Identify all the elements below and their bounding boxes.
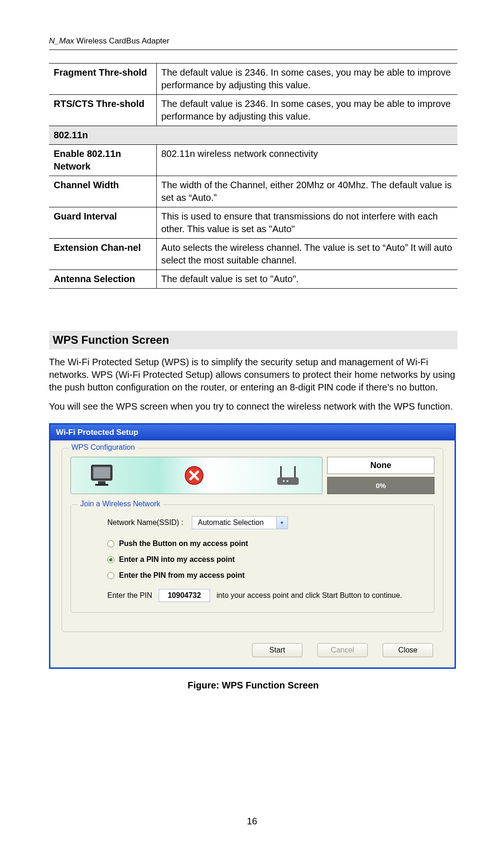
header-product-italic: N_Max [49,36,74,45]
table-row: Antenna Selection The default value is s… [49,270,457,289]
svg-point-9 [287,480,288,482]
error-icon [184,465,204,486]
radio-option-push-button[interactable]: Push the Button on my access point [107,539,426,548]
fieldset-legend: WPS Configuration [69,443,138,452]
row-desc: The width of the Channel, either 20Mhz o… [156,176,457,207]
row-desc: 802.11n wireless network connectivity [156,145,457,176]
radio-icon [107,556,114,563]
radio-option-enter-pin-into[interactable]: Enter a PIN into my access point [107,555,426,564]
page-number: 16 [0,816,504,827]
radio-label: Enter a PIN into my access point [119,555,235,564]
row-desc: The default value is 2346. In some cases… [156,95,457,126]
row-label: Channel Width [49,176,156,207]
row-label: Extension Chan-nel [49,239,156,270]
table-row: Channel Width The width of the Channel, … [49,176,457,207]
svg-rect-3 [95,484,108,486]
ssid-label: Network Name(SSID) : [107,518,183,527]
svg-rect-2 [98,481,105,484]
status-graphic [70,457,322,494]
svg-point-8 [283,480,285,482]
join-network-fieldset: Join a Wireless Network Network Name(SSI… [70,504,434,613]
row-desc: The default value is set to "Auto". [156,270,457,289]
row-label: RTS/CTS Thre-shold [49,95,156,126]
progress-bar: 0% [327,477,434,494]
radio-option-enter-pin-from[interactable]: Enter the PIN from my access point [107,571,426,580]
row-desc: Auto selects the wireless channel. The v… [156,239,457,270]
close-button[interactable]: Close [383,643,433,657]
chevron-down-icon[interactable]: ▾ [276,517,287,529]
paragraph: The Wi-Fi Protected Setup (WPS) is to si… [49,356,457,394]
pin-label: Enter the PIN [107,591,152,600]
wps-config-fieldset: WPS Configuration None [62,448,443,632]
row-label: Enable 802.11n Network [49,145,156,176]
radio-label: Enter the PIN from my access point [119,571,245,580]
table-row: Guard Interval This is used to ensure th… [49,207,457,239]
wps-dialog: Wi-Fi Protected Setup WPS Configuration [49,423,456,669]
status-text: None [327,457,434,474]
radio-icon [107,572,114,579]
table-row: RTS/CTS Thre-shold The default value is … [49,95,457,126]
row-desc: This is used to ensure that transmission… [156,207,457,239]
row-label: Guard Interval [49,207,156,239]
settings-table: Fragment Thre-shold The default value is… [49,63,457,289]
row-label: Antenna Selection [49,270,156,289]
monitor-icon [90,463,116,488]
section-heading: WPS Function Screen [49,331,457,349]
row-label: Fragment Thre-shold [49,64,156,95]
pin-suffix-text: into your access point and click Start B… [217,591,402,600]
radio-icon [107,540,114,547]
table-row: Extension Chan-nel Auto selects the wire… [49,239,457,270]
ssid-value: Automatic Selection [192,518,276,527]
cancel-button[interactable]: Cancel [317,643,368,657]
row-desc: The default value is 2346. In some cases… [156,64,457,95]
radio-label: Push the Button on my access point [119,539,248,548]
paragraph: You will see the WPS screen when you try… [49,400,457,413]
table-row: Fragment Thre-shold The default value is… [49,64,457,95]
fieldset-legend: Join a Wireless Network [77,500,163,508]
running-header: N_Max Wireless CardBus Adapter [49,36,457,50]
wps-titlebar: Wi-Fi Protected Setup [50,425,455,440]
table-row: Enable 802.11n Network 802.11n wireless … [49,145,457,176]
section-label: 802.11n [49,126,457,145]
pin-input[interactable]: 10904732 [159,589,210,602]
ssid-select[interactable]: Automatic Selection ▾ [192,516,288,529]
figure-caption: Figure: WPS Function Screen [49,680,457,691]
start-button[interactable]: Start [252,643,302,657]
svg-rect-1 [93,467,110,478]
table-section-row: 802.11n [49,126,457,145]
router-icon [273,463,303,488]
header-product-rest: Wireless CardBus Adapter [74,36,169,45]
